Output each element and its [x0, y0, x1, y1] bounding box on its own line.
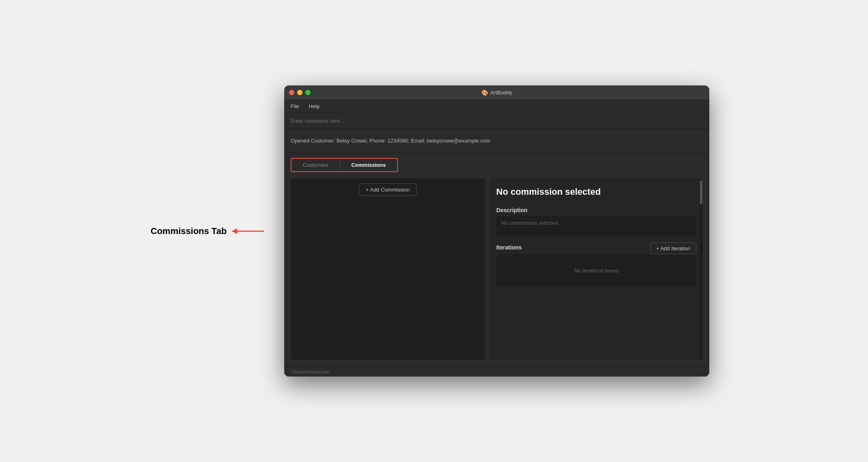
- annotation: Commissions Tab: [151, 226, 268, 237]
- app-window: 🎨 ArtBuddy File Help Opened Customer: Be…: [284, 85, 709, 377]
- no-iterations-text: No iterations found: [574, 268, 618, 274]
- tabs-row: Customers Commissions: [291, 158, 398, 172]
- scrollbar-track[interactable]: [700, 179, 703, 360]
- description-section: Description No commission selected: [496, 207, 696, 236]
- menu-file[interactable]: File: [289, 102, 301, 110]
- menu-help[interactable]: Help: [307, 102, 321, 110]
- command-bar: [284, 113, 709, 129]
- annotation-arrow: [232, 226, 268, 237]
- iterations-list-box: No iterations found: [496, 254, 696, 287]
- status-path: ./data/artbuddy.json: [291, 369, 330, 374]
- commission-list-panel: + Add Commission: [291, 179, 485, 360]
- minimize-button[interactable]: [297, 90, 302, 95]
- command-input[interactable]: [291, 118, 703, 124]
- tab-commissions[interactable]: Commissions: [340, 159, 397, 171]
- close-button[interactable]: [289, 90, 294, 95]
- iterations-section: Iterations + Add Iteration No iterations…: [496, 243, 696, 287]
- svg-marker-1: [232, 228, 237, 234]
- title-bar: 🎨 ArtBuddy: [284, 85, 709, 100]
- app-title: 🎨 ArtBuddy: [481, 89, 512, 96]
- app-icon: 🎨: [481, 89, 488, 96]
- arrow-icon: [232, 226, 268, 237]
- customer-info-text: Opened Customer: Betsy Crowe; Phone: 123…: [291, 138, 490, 144]
- main-content: + Add Commission No commission selected …: [284, 172, 709, 366]
- add-iteration-button[interactable]: + Add Iteration: [650, 243, 696, 254]
- menu-bar: File Help: [284, 100, 709, 113]
- tabs-container: Customers Commissions: [284, 153, 709, 172]
- maximize-button[interactable]: [305, 90, 311, 95]
- add-commission-button[interactable]: + Add Commission: [359, 183, 417, 196]
- detail-panel: No commission selected Description No co…: [490, 179, 703, 360]
- window-controls: [289, 90, 311, 95]
- annotation-label: Commissions Tab: [151, 226, 227, 236]
- iterations-label: Iterations: [496, 244, 522, 251]
- tab-customers[interactable]: Customers: [291, 159, 340, 171]
- customer-info-bar: Opened Customer: Betsy Crowe; Phone: 123…: [284, 129, 709, 153]
- description-label: Description: [496, 207, 696, 213]
- no-commission-title: No commission selected: [496, 187, 696, 197]
- description-box: No commission selected: [496, 216, 696, 236]
- status-bar: ./data/artbuddy.json: [284, 366, 709, 377]
- scrollbar-thumb: [700, 180, 702, 204]
- iterations-header: Iterations + Add Iteration: [496, 243, 696, 254]
